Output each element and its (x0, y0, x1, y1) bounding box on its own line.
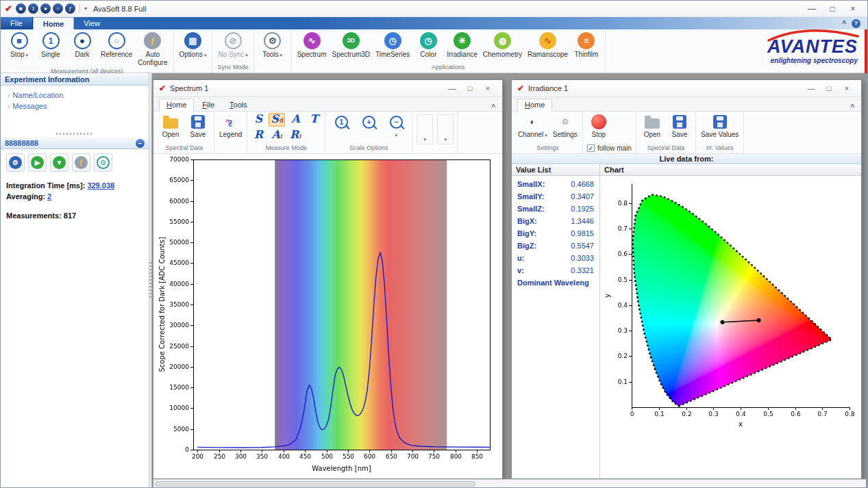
extra-dropdown-2[interactable]: ▾ (437, 114, 454, 144)
ribbon-group-label: Applications (295, 63, 602, 73)
spectrum-plot[interactable] (158, 155, 498, 476)
minimize-ribbon-caret-icon[interactable]: ^ (842, 20, 846, 27)
spectrum-tab-tools[interactable]: Tools (223, 99, 254, 111)
help-icon[interactable]: ? (852, 19, 860, 28)
irradiance-maximize-button[interactable]: □ (820, 84, 838, 92)
collapse-panel-button[interactable]: − (136, 139, 145, 148)
qa-single-icon[interactable]: 1 (28, 3, 38, 14)
stop-button[interactable]: ■Stop ▾ (4, 31, 34, 60)
button-label: Auto Configure (138, 51, 167, 66)
value-row: Dominant Waveleng (512, 277, 599, 289)
legend-button[interactable]: Legend (217, 113, 244, 140)
qa-stop-icon[interactable]: ■ (16, 3, 26, 14)
collapse-ribbon-caret-icon[interactable]: ^ (491, 103, 497, 111)
ribbon-group-label: Measure Mode (250, 144, 322, 153)
options-button[interactable]: ▦Options ▾ (177, 31, 209, 60)
sidebar-item-messages[interactable]: ›Messages (6, 101, 143, 112)
button-label: Thinfilm (574, 51, 598, 59)
close-button[interactable]: × (843, 1, 863, 16)
extra-dropdown-1[interactable]: ▾ (417, 114, 433, 144)
ribbon-group: OpenSaveSpectral Data (155, 112, 214, 153)
open-button[interactable]: Open (158, 113, 184, 140)
reference-button[interactable]: ○Reference (99, 31, 134, 60)
open-button[interactable]: Open (639, 113, 665, 140)
minimize-button[interactable]: — (802, 1, 822, 16)
absorbance-mode-button[interactable]: A (287, 113, 303, 127)
zoom-in-button[interactable]: + (356, 113, 382, 131)
spectrum-tab-file[interactable]: File (195, 99, 221, 111)
save-button[interactable]: Save (667, 113, 693, 140)
follow-main-checkbox[interactable]: ✓ (587, 144, 595, 152)
chemometry-app-button[interactable]: ◍Chemometry (481, 31, 524, 60)
irradiance-app-button[interactable]: ☀Irradiance (445, 31, 479, 60)
device-settings-button[interactable]: ⚙ (6, 153, 25, 172)
device-info-value[interactable]: 2 (47, 192, 51, 201)
device-settings-icon: ⚙ (9, 156, 22, 169)
ramanscope-app-button[interactable]: ∿Ramanscope (525, 31, 570, 60)
device-info-value[interactable]: 329.038 (87, 181, 114, 190)
spectrum-tab-home[interactable]: Home (159, 99, 194, 112)
save-values-button[interactable]: Save Values (699, 113, 741, 140)
sidebar-item-name-location[interactable]: ›Name/Location (6, 90, 143, 101)
scope-minus-dark-mode-button[interactable]: Sd (269, 113, 285, 127)
timeseries-app-button[interactable]: ◷TimeSeries (373, 31, 412, 60)
settings-button[interactable]: ⚙Settings (551, 113, 580, 140)
spectrum-app-button[interactable]: ∿Spectrum (295, 31, 329, 60)
tools-button[interactable]: ⚙Tools ▾ (258, 31, 288, 60)
tab-home[interactable]: Home (33, 17, 75, 29)
device-power-button[interactable]: ⊙ (94, 153, 112, 172)
window-controls: — □ × (802, 1, 863, 16)
single-button[interactable]: 1Single (36, 31, 66, 60)
irradiance-tab-home[interactable]: Home (517, 99, 552, 112)
horizontal-scrollbar[interactable] (153, 479, 866, 487)
color-app-button[interactable]: ◷Color (413, 31, 443, 60)
settings-gear-icon: ⚙ (558, 114, 573, 129)
cie-chromaticity-diagram[interactable] (600, 176, 859, 477)
spectrum-window-titlebar[interactable]: ✔ Spectrum 1 — □ × (153, 80, 502, 97)
irradiance-window-titlebar[interactable]: ✔ Irradiance 1 — □ × (512, 80, 861, 97)
qa-auto-configure-icon[interactable]: ƒ (65, 3, 75, 14)
transmittance-mode-button[interactable]: T (306, 113, 322, 127)
spectrum-close-button[interactable]: × (479, 84, 497, 92)
no-sync-button[interactable]: ⊘No Sync ▾ (216, 31, 249, 60)
value-label: BigY: (517, 229, 536, 237)
device-auto-configure-button[interactable]: ƒ (72, 153, 90, 172)
dark-button[interactable]: ●Dark (67, 31, 97, 60)
auto-configure-button[interactable]: ƒAuto Configure (136, 31, 169, 67)
collapse-ribbon-caret-icon[interactable]: ^ (850, 103, 856, 111)
device-connect-button[interactable]: ▶ (28, 153, 47, 172)
button-label: Open (644, 131, 660, 139)
qa-customize-arrow-icon[interactable]: ▾ (84, 5, 87, 12)
spectrum3d-app-button[interactable]: 3DSpectrum3D (330, 31, 373, 60)
relative-irradiance-mode-button[interactable]: RI (287, 129, 303, 142)
device-save-button[interactable]: ▼ (50, 153, 69, 172)
stop-live-button[interactable]: Stop (586, 113, 612, 140)
absolute-irradiance-mode-button[interactable]: AI (269, 129, 285, 142)
irradiance-close-button[interactable]: × (838, 84, 856, 92)
value-row: SmallX:0.4668 (512, 178, 599, 190)
unzoom-button[interactable]: 1 (328, 113, 354, 131)
scope-mode-button[interactable]: S (250, 113, 266, 127)
button-label: Spectrum (297, 51, 327, 59)
spectrum-maximize-button[interactable]: □ (461, 84, 479, 92)
irradiance-minimize-button[interactable]: — (802, 84, 820, 92)
zoom-out-button[interactable]: − ▾ (383, 113, 409, 140)
tab-view[interactable]: View (74, 17, 110, 29)
thinfilm-app-button[interactable]: ≡Thinfilm (571, 31, 602, 60)
reflectance-mode-button[interactable]: R (250, 129, 266, 142)
tree-expander-icon[interactable]: › (8, 103, 10, 110)
qa-reference-icon[interactable]: ○ (53, 3, 63, 14)
dropdown-arrow-icon: ▾ (543, 133, 547, 138)
tree-expander-icon[interactable]: › (8, 92, 10, 99)
panel-splitter[interactable] (1, 131, 149, 137)
spectrum-minimize-button[interactable]: — (443, 84, 461, 92)
maximize-button[interactable]: □ (822, 1, 843, 16)
qa-dark-icon[interactable]: ● (40, 3, 51, 14)
titlebar[interactable]: ✔ ■1●○ƒ ▾ AvaSoft 8.8 Full — □ × (1, 1, 867, 17)
channel-button[interactable]: ◐Channel ▾ (516, 113, 549, 140)
device-serial: 88888888 (5, 139, 38, 147)
ribbon-groups: ■Stop ▾1Single●Dark○ReferenceƒAuto Confi… (1, 29, 606, 73)
tab-file[interactable]: File (1, 17, 33, 29)
save-button[interactable]: Save (185, 113, 211, 140)
horizontal-scrollbar-thumb[interactable] (155, 481, 475, 487)
